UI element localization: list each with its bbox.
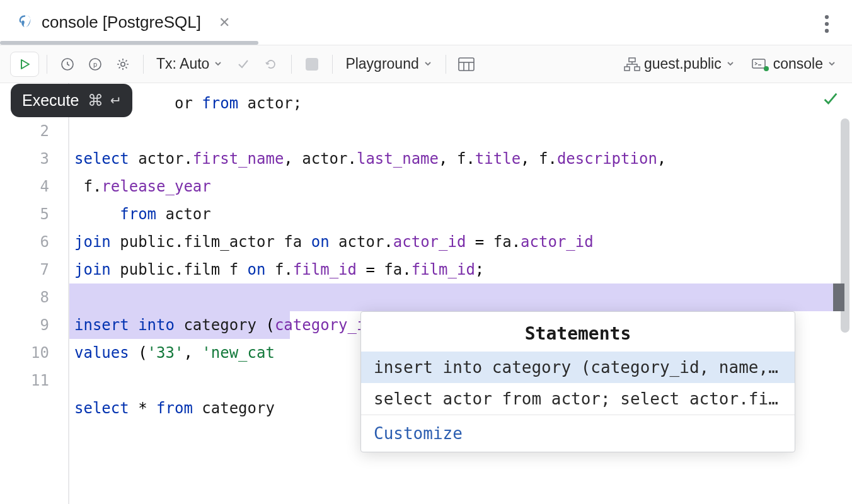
line-number: 11 <box>0 367 68 394</box>
separator <box>143 55 144 74</box>
explain-plan-icon[interactable]: p <box>83 52 108 77</box>
line-number: 7 <box>0 256 68 284</box>
svg-point-2 <box>825 29 829 33</box>
kebab-icon[interactable] <box>820 15 833 35</box>
popup-footer: Customize <box>361 415 795 452</box>
svg-text:p: p <box>93 60 98 69</box>
chevron-down-icon <box>827 55 837 72</box>
settings-icon[interactable] <box>110 52 135 77</box>
commit-icon[interactable] <box>231 52 256 77</box>
toolbar-right: guest.public console <box>619 55 842 72</box>
stop-icon <box>306 58 318 71</box>
svg-rect-14 <box>752 59 765 68</box>
line-number: 5 <box>0 200 68 228</box>
svg-rect-11 <box>629 58 635 62</box>
editor[interactable]: 1 2 3 4 5 6 7 8 9 10 11 or from actor; s… <box>0 83 852 504</box>
execute-button[interactable]: Execute ⌘ <box>10 52 39 77</box>
separator <box>446 55 446 74</box>
rollback-icon[interactable] <box>258 52 284 77</box>
line-number: 10 <box>0 339 68 367</box>
tab-console[interactable]: console [PostgreSQL] ✕ <box>13 8 241 37</box>
line-number: 6 <box>0 228 68 256</box>
chevron-down-icon <box>725 55 735 72</box>
stop-button[interactable] <box>299 52 325 77</box>
separator <box>47 55 47 74</box>
analysis-ok-icon[interactable] <box>822 91 839 112</box>
code-area[interactable]: or from actor; select actor.first_name, … <box>69 83 852 504</box>
close-icon[interactable]: ✕ <box>219 14 230 31</box>
code-line: join public.film f on f.film_id = fa.fil… <box>69 256 852 284</box>
line-number: 9 <box>0 311 68 339</box>
svg-point-15 <box>764 66 769 71</box>
chevron-down-icon <box>423 55 433 72</box>
gutter: 1 2 3 4 5 6 7 8 9 10 11 <box>0 83 69 504</box>
playground-dropdown[interactable]: Playground <box>340 55 437 72</box>
code-line: join public.film_actor fa on actor.actor… <box>69 228 852 256</box>
svg-point-6 <box>121 62 125 66</box>
tooltip-shortcut: ⌘ <box>88 91 121 110</box>
svg-point-1 <box>825 22 829 26</box>
toolbar: Execute ⌘ p Tx: Auto Playground <box>0 45 852 83</box>
svg-rect-13 <box>635 67 640 71</box>
popup-title: Statements <box>361 312 795 352</box>
line-number: 2 <box>0 117 68 145</box>
schema-icon <box>624 57 640 71</box>
code-line: or from actor; <box>69 89 852 117</box>
line-number: 8 <box>0 284 68 311</box>
tab-title: console [PostgreSQL] <box>42 13 201 32</box>
tx-mode-dropdown[interactable]: Tx: Auto <box>151 55 228 72</box>
statement-option[interactable]: select actor from actor; select actor.fi… <box>361 383 795 415</box>
separator <box>332 55 333 74</box>
code-line: select actor.first_name, actor.last_name… <box>69 145 852 173</box>
chevron-down-icon <box>213 55 223 72</box>
tab-bar: console [PostgreSQL] ✕ <box>0 0 852 45</box>
history-icon[interactable] <box>55 52 80 77</box>
svg-point-0 <box>825 15 829 19</box>
execute-tooltip: Execute ⌘ <box>11 84 132 117</box>
line-number: 4 <box>0 173 68 200</box>
postgresql-icon <box>16 14 34 32</box>
svg-rect-7 <box>459 58 474 71</box>
tooltip-label: Execute <box>22 91 79 110</box>
separator <box>291 55 292 74</box>
schema-selector[interactable]: guest.public <box>619 55 740 72</box>
code-line <box>69 284 852 311</box>
code-line <box>69 117 852 145</box>
code-line: f.release_year <box>69 173 852 200</box>
statements-popup: Statements insert into category (categor… <box>360 311 795 452</box>
tab-underline <box>0 41 258 45</box>
code-line: from actor <box>69 200 852 228</box>
session-selector[interactable]: console <box>747 55 842 72</box>
console-session-icon <box>752 57 769 71</box>
svg-rect-12 <box>625 67 630 71</box>
line-number: 3 <box>0 145 68 173</box>
selection-caret <box>833 284 844 311</box>
statement-option[interactable]: insert into category (category_id, name,… <box>361 352 795 383</box>
customize-link[interactable]: Customize <box>374 424 463 443</box>
results-layout-icon[interactable] <box>454 52 479 77</box>
